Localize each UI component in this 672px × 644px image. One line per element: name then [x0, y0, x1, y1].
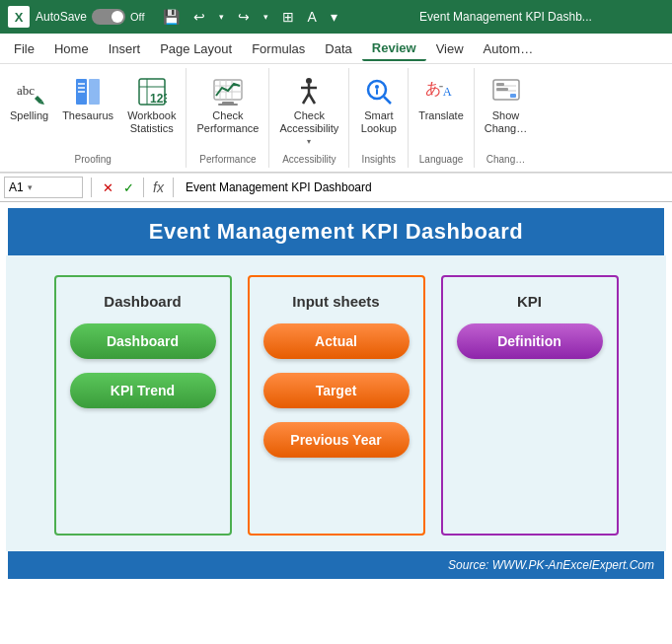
svg-rect-25 [376, 89, 378, 95]
svg-rect-34 [510, 94, 516, 98]
smart-lookup-icon [363, 76, 395, 107]
title-bar: X AutoSave Off 💾 ↩ ▾ ↪ ▾ ⊞ A ▾ Event Man… [0, 0, 672, 34]
performance-items: Check Performance [190, 68, 264, 150]
save-icon[interactable]: 💾 [159, 7, 184, 27]
performance-group-label: Performance [190, 150, 264, 168]
ribbon-toolbar: abc Spelling [0, 63, 672, 172]
svg-text:A: A [443, 85, 452, 99]
redo-icon[interactable]: ↪ [234, 7, 254, 27]
menu-insert[interactable]: Insert [99, 37, 151, 60]
formula-separator-1 [91, 178, 92, 197]
svg-rect-32 [496, 83, 504, 86]
accessibility-group-label: Accessibility [273, 150, 344, 168]
ribbon-group-changes: Show Chang… Chang… [475, 68, 537, 168]
show-changes-button[interactable]: Show Chang… [479, 72, 533, 139]
undo-icon[interactable]: ↩ [189, 7, 209, 27]
dashboard-header: Event Management KPI Dashboard [8, 208, 664, 255]
proofing-items: abc Spelling [4, 68, 182, 150]
show-changes-label: Show Chang… [485, 109, 527, 135]
smart-lookup-label: Smart Lookup [361, 109, 397, 135]
previous-year-pill-button[interactable]: Previous Year [263, 422, 410, 458]
fx-divider [143, 178, 144, 197]
proofing-group-label: Proofing [4, 150, 182, 168]
dashboard-content: Dashboard Dashboard KPI Trend Input shee… [6, 255, 666, 551]
changes-items: Show Chang… [479, 68, 533, 150]
autosave-area: AutoSave Off [36, 9, 145, 25]
ribbon-group-performance: Check Performance Performance [187, 68, 269, 168]
font-color-icon[interactable]: A [304, 7, 321, 27]
svg-line-22 [309, 94, 315, 104]
svg-text:abc: abc [17, 83, 35, 98]
svg-rect-2 [89, 79, 100, 105]
main-area: Event Management KPI Dashboard Dashboard… [0, 202, 672, 644]
spelling-button[interactable]: abc Spelling [4, 72, 54, 126]
autosave-state: Off [130, 11, 144, 23]
kpi-trend-pill-button[interactable]: KPI Trend [70, 373, 216, 408]
more-icon[interactable]: ▾ [327, 7, 341, 27]
menu-automate[interactable]: Autom… [474, 37, 544, 60]
dashboard-pill-button[interactable]: Dashboard [70, 323, 216, 359]
translate-button[interactable]: あ A Translate [412, 72, 469, 126]
thesaurus-label: Thesaurus [62, 109, 113, 122]
formula-input[interactable]: Event Management KPI Dashboard [180, 180, 668, 194]
cell-ref-value: A1 [9, 180, 24, 194]
fx-icon[interactable]: fx [150, 178, 167, 197]
menu-view[interactable]: View [426, 37, 474, 60]
target-pill-button[interactable]: Target [263, 373, 410, 408]
redo-dropdown-icon[interactable]: ▾ [260, 10, 272, 24]
accessibility-dropdown-arrow: ▾ [307, 137, 311, 146]
cell-ref-dropdown[interactable]: ▾ [28, 182, 33, 192]
ribbon-group-accessibility: Check Accessibility ▾ Accessibility [269, 68, 349, 168]
thesaurus-button[interactable]: Thesaurus [56, 72, 119, 126]
smart-lookup-button[interactable]: Smart Lookup [355, 72, 403, 139]
ribbon: File Home Insert Page Layout Formulas Da… [0, 34, 672, 173]
language-group-label: Language [412, 150, 469, 168]
autosave-toggle[interactable] [92, 9, 125, 25]
changes-group-label: Chang… [479, 150, 533, 168]
dashboard-title: Event Management KPI Dashboard [149, 219, 523, 245]
ribbon-group-insights: Smart Lookup Insights [349, 68, 409, 168]
svg-line-26 [384, 97, 391, 104]
svg-point-24 [375, 85, 379, 89]
menu-review[interactable]: Review [362, 36, 426, 61]
check-accessibility-button[interactable]: Check Accessibility ▾ [273, 72, 344, 150]
translate-label: Translate [418, 109, 463, 122]
undo-dropdown-icon[interactable]: ▾ [215, 10, 228, 24]
source-text: Source: WWW.PK-AnExcelExpert.Com [448, 558, 654, 572]
cell-ref-box[interactable]: A1 ▾ [4, 177, 83, 198]
input-sheets-section-card: Input sheets Actual Target Previous Year [248, 275, 425, 536]
menu-formulas[interactable]: Formulas [242, 37, 315, 60]
formula-cancel-icon[interactable]: ✕ [100, 179, 116, 197]
check-performance-button[interactable]: Check Performance [190, 72, 264, 139]
dashboard-section-card: Dashboard Dashboard KPI Trend [54, 275, 232, 536]
translate-icon: あ A [425, 76, 457, 107]
definition-pill-button[interactable]: Definition [457, 323, 603, 359]
menu-home[interactable]: Home [44, 37, 99, 60]
kpi-section-title: KPI [457, 293, 603, 310]
check-performance-label: Check Performance [196, 109, 259, 135]
spreadsheet-wrapper: Event Management KPI Dashboard Dashboard… [0, 202, 672, 644]
actual-pill-button[interactable]: Actual [263, 323, 410, 359]
menu-bar: File Home Insert Page Layout Formulas Da… [0, 34, 672, 63]
check-accessibility-label: Check Accessibility [279, 109, 338, 135]
thesaurus-icon [72, 76, 104, 107]
workbook-stats-icon: 123 [136, 76, 168, 107]
workbook-stats-label: Workbook Statistics [127, 109, 176, 135]
accessibility-items: Check Accessibility ▾ [273, 68, 344, 150]
language-items: あ A Translate [412, 68, 469, 150]
spelling-label: Spelling [10, 109, 48, 122]
formula-confirm-icon[interactable]: ✓ [120, 179, 137, 197]
menu-file[interactable]: File [4, 37, 44, 60]
kpi-section-card: KPI Definition [441, 275, 619, 536]
menu-data[interactable]: Data [315, 37, 361, 60]
svg-text:123: 123 [150, 92, 167, 106]
menu-page-layout[interactable]: Page Layout [150, 37, 242, 60]
workbook-stats-button[interactable]: 123 Workbook Statistics [121, 72, 182, 139]
autosave-label: AutoSave [36, 10, 87, 24]
svg-text:あ: あ [425, 80, 441, 97]
insights-group-label: Insights [353, 150, 404, 168]
check-performance-icon [212, 76, 244, 107]
source-bar: Source: WWW.PK-AnExcelExpert.Com [8, 551, 664, 579]
grid-icon[interactable]: ⊞ [278, 7, 298, 27]
input-sheets-section-title: Input sheets [263, 293, 410, 310]
